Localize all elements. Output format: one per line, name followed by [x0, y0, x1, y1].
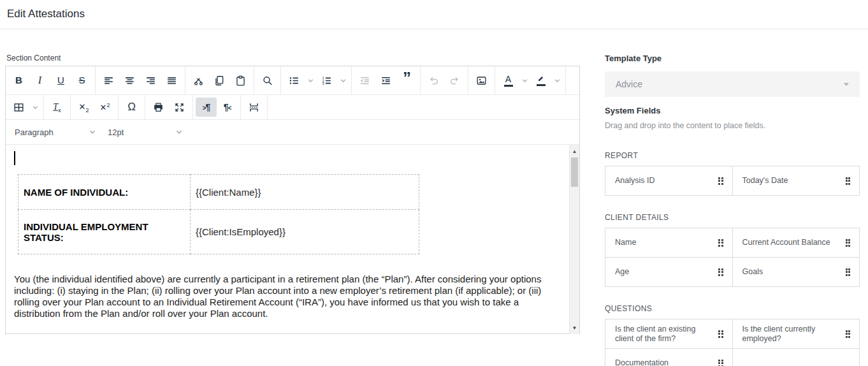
drag-handle-icon[interactable] — [846, 268, 851, 276]
template-type-select[interactable]: Advice — [605, 71, 860, 97]
draggable-field[interactable]: Name — [605, 228, 732, 257]
drag-handle-icon[interactable] — [718, 268, 723, 276]
toolbar-group: 123 — [281, 66, 352, 94]
chevron-down-icon — [175, 128, 183, 136]
rtl-icon: ¶< — [224, 101, 231, 113]
subscript-icon: ✕2 — [79, 101, 89, 113]
clear-formatting-icon: Tx — [53, 101, 61, 113]
chevron-down-icon[interactable] — [551, 71, 563, 90]
toolbar-group: BIUS — [6, 66, 96, 94]
merge-row-value[interactable]: {{Client:Name}} — [191, 175, 419, 210]
draggable-field[interactable]: Age — [605, 258, 732, 286]
print-button[interactable] — [148, 98, 169, 117]
font-size-select[interactable]: 12pt — [108, 128, 183, 137]
draggable-field[interactable]: Goals — [733, 258, 860, 286]
toolbar-group: Tx — [44, 95, 71, 119]
redo-button[interactable] — [444, 71, 465, 90]
field-label: Documentation — [615, 358, 669, 366]
drag-handle-icon[interactable] — [718, 360, 723, 366]
text-color-button[interactable]: A — [498, 71, 519, 90]
field-section-title: CLIENT DETAILS — [605, 213, 860, 222]
align-left-button[interactable] — [98, 71, 119, 90]
drag-handle-icon[interactable] — [846, 239, 851, 247]
align-center-button[interactable] — [119, 71, 140, 90]
editable-body[interactable]: NAME OF INDIVIDUAL:{{Client:Name}}INDIVI… — [6, 145, 569, 334]
merge-row-label[interactable]: INDIVIDUAL EMPLOYMENT STATUS: — [18, 210, 191, 254]
system-fields-hint: Drag and drop into the content to place … — [605, 121, 860, 130]
strikethrough-icon: S — [78, 75, 85, 86]
paragraph-format-select[interactable]: Paragraph — [15, 128, 96, 137]
drag-handle-icon[interactable] — [718, 330, 723, 338]
outdent-button[interactable] — [354, 71, 375, 90]
editor-toolbar-row-1: BIUS123”A — [6, 66, 579, 95]
image-button[interactable] — [471, 71, 492, 90]
indent-button[interactable] — [375, 71, 396, 90]
redo-icon — [449, 75, 461, 87]
field-label: Goals — [742, 267, 763, 277]
underline-button[interactable]: U — [50, 71, 71, 90]
align-left-icon — [103, 75, 115, 87]
special-character-icon: Ω — [127, 101, 136, 113]
align-justify-button[interactable] — [161, 71, 182, 90]
drag-handle-icon[interactable] — [718, 239, 723, 247]
merge-row-label[interactable]: NAME OF INDIVIDUAL: — [18, 175, 191, 210]
fields-sidebar: Template Type Advice System Fields Drag … — [605, 54, 860, 366]
superscript-button[interactable]: ✕2 — [94, 98, 115, 117]
field-label: Age — [615, 267, 629, 277]
merge-row-value[interactable]: {{Client:IsEmployed}} — [191, 210, 419, 254]
draggable-field[interactable]: Today's Date — [733, 166, 860, 195]
highlight-color-button[interactable] — [530, 71, 551, 90]
cut-button[interactable] — [188, 71, 209, 90]
toolbar-group: A — [495, 66, 566, 94]
page-break-icon — [248, 101, 260, 113]
undo-button[interactable] — [423, 71, 444, 90]
paragraph-format-value: Paragraph — [15, 128, 54, 137]
draggable-field[interactable]: Current Account Balance — [733, 228, 860, 257]
underline-icon: U — [57, 75, 64, 86]
special-character-button[interactable]: Ω — [121, 98, 142, 117]
chevron-down-icon[interactable] — [519, 71, 530, 90]
align-right-button[interactable] — [140, 71, 161, 90]
scrollbar-thumb[interactable] — [571, 157, 578, 187]
toolbar-group — [421, 66, 468, 94]
draggable-field[interactable]: Documentation — [605, 349, 732, 366]
rtl-button[interactable]: ¶< — [217, 98, 238, 117]
copy-icon — [213, 75, 226, 87]
bullet-list-button[interactable] — [284, 71, 305, 90]
field-grid: Analysis IDToday's Date — [605, 166, 860, 196]
blockquote-button[interactable]: ” — [396, 71, 417, 90]
copy-button[interactable] — [209, 71, 230, 90]
italic-button[interactable]: I — [29, 71, 50, 90]
paste-button[interactable] — [230, 71, 251, 90]
table-button[interactable] — [8, 98, 29, 117]
field-section-title: REPORT — [605, 151, 860, 160]
drag-handle-icon[interactable] — [846, 330, 851, 338]
drag-handle-icon[interactable] — [718, 177, 723, 185]
clear-formatting-button[interactable]: Tx — [47, 98, 68, 117]
chevron-down-icon[interactable] — [305, 71, 316, 90]
drag-handle-icon[interactable] — [846, 177, 851, 185]
chevron-down-icon[interactable] — [29, 98, 41, 117]
ltr-button[interactable]: >¶ — [196, 98, 217, 117]
chevron-down-icon[interactable] — [337, 71, 349, 90]
subscript-button[interactable]: ✕2 — [73, 98, 94, 117]
fullscreen-button[interactable] — [169, 98, 190, 117]
page-break-button[interactable] — [243, 98, 264, 117]
bold-button[interactable]: B — [8, 71, 29, 90]
chevron-down-icon — [89, 128, 96, 136]
draggable-field[interactable]: Is the client currently employed? — [733, 319, 860, 348]
cut-icon — [192, 75, 205, 87]
field-grid: NameCurrent Account BalanceAgeGoals — [605, 228, 860, 287]
draggable-field[interactable]: Analysis ID — [605, 166, 732, 195]
search-button[interactable] — [257, 71, 278, 90]
editor-scrollbar[interactable]: ▲ ▼ — [569, 145, 579, 334]
merge-field-table: NAME OF INDIVIDUAL:{{Client:Name}}INDIVI… — [18, 174, 419, 254]
scroll-down-arrow-icon[interactable]: ▼ — [570, 323, 579, 332]
numbered-list-button[interactable]: 123 — [316, 71, 337, 90]
body-paragraph: You (the individual identified above) ar… — [14, 274, 559, 319]
merge-table-row: INDIVIDUAL EMPLOYMENT STATUS:{{Client:Is… — [18, 210, 419, 254]
toolbar-group: >¶¶< — [193, 95, 241, 119]
strikethrough-button[interactable]: S — [71, 71, 92, 90]
scroll-up-arrow-icon[interactable]: ▲ — [570, 147, 579, 156]
draggable-field[interactable]: Is the client an existing client of the … — [605, 319, 732, 348]
